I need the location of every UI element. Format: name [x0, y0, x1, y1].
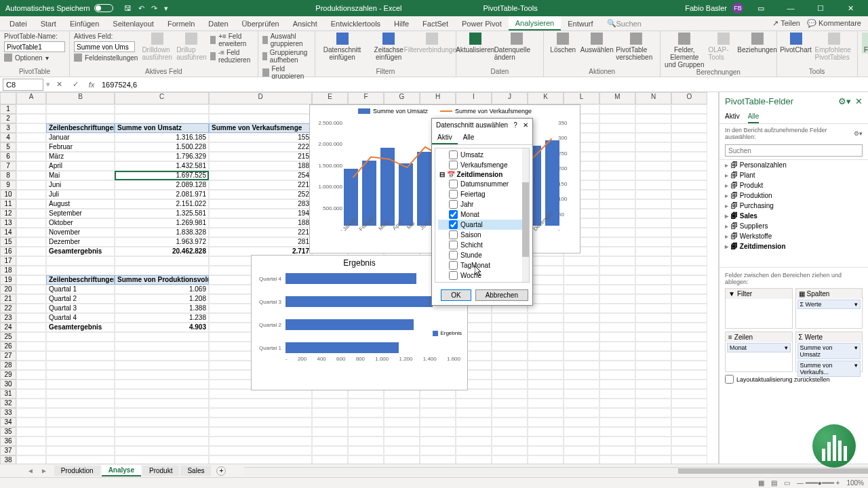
- cell[interactable]: 2.089.128: [115, 180, 209, 190]
- field-settings-button[interactable]: Feldeinstellungen: [74, 54, 138, 62]
- cell[interactable]: [671, 370, 707, 380]
- comments-button[interactable]: 💬 Kommentare: [807, 19, 861, 28]
- zoom-level[interactable]: 100%: [846, 479, 864, 487]
- row-header[interactable]: 1: [0, 104, 16, 114]
- tab-factset[interactable]: FactSet: [416, 16, 455, 30]
- row-header[interactable]: 6: [0, 152, 16, 161]
- cell[interactable]: [635, 332, 671, 342]
- cell[interactable]: [16, 380, 46, 389]
- cell[interactable]: [16, 304, 46, 313]
- cell[interactable]: [209, 418, 312, 427]
- cell[interactable]: [528, 323, 564, 332]
- dialog-cancel-button[interactable]: Abbrechen: [475, 289, 528, 301]
- col-header[interactable]: G: [384, 92, 420, 104]
- slicer-field-item[interactable]: Umsatz: [438, 150, 526, 160]
- cell[interactable]: [671, 114, 707, 123]
- pivot-field[interactable]: ▸ 🗐 Produkt: [719, 180, 868, 190]
- cell[interactable]: [46, 380, 115, 389]
- cell[interactable]: [209, 436, 312, 446]
- slicer-field-item[interactable]: Stunde: [438, 250, 526, 260]
- cell[interactable]: [46, 446, 115, 455]
- view-normal-icon[interactable]: ▦: [758, 479, 764, 487]
- cell[interactable]: [635, 294, 671, 304]
- cell[interactable]: [635, 171, 671, 180]
- cell[interactable]: [312, 446, 348, 455]
- cell[interactable]: [671, 313, 707, 323]
- cell[interactable]: [635, 351, 671, 361]
- row-header[interactable]: 15: [0, 237, 16, 247]
- cell[interactable]: [209, 114, 312, 123]
- cell[interactable]: [16, 209, 46, 218]
- cell[interactable]: [635, 256, 671, 266]
- cell[interactable]: [420, 418, 456, 427]
- cell[interactable]: [671, 104, 707, 114]
- cell[interactable]: [209, 399, 312, 408]
- row-header[interactable]: 18: [0, 266, 16, 275]
- cell[interactable]: [492, 323, 528, 332]
- cell[interactable]: [671, 209, 707, 218]
- cell[interactable]: [635, 380, 671, 389]
- cell[interactable]: [456, 408, 492, 418]
- cell[interactable]: 283: [209, 199, 312, 209]
- cell[interactable]: Summe von Umsatz: [115, 123, 209, 133]
- cell[interactable]: [599, 446, 635, 455]
- defer-layout-checkbox[interactable]: [725, 375, 734, 384]
- cell[interactable]: [635, 408, 671, 418]
- cell[interactable]: [528, 370, 564, 380]
- cell[interactable]: [635, 436, 671, 446]
- autosave-toggle[interactable]: [94, 4, 113, 12]
- cell[interactable]: Mai: [46, 171, 115, 180]
- cell[interactable]: 4.903: [115, 323, 209, 332]
- slicer-field-item[interactable]: Datumsnummer: [438, 179, 526, 189]
- cell[interactable]: November: [46, 228, 115, 237]
- cell[interactable]: [46, 399, 115, 408]
- cell[interactable]: Quartal 3: [46, 304, 115, 313]
- cell[interactable]: [599, 408, 635, 418]
- slicer-field-item[interactable]: Jahr: [438, 199, 526, 209]
- slicer-field-item[interactable]: Quartal: [438, 220, 526, 230]
- cell[interactable]: [16, 237, 46, 247]
- cell[interactable]: [635, 133, 671, 142]
- col-header[interactable]: I: [456, 92, 492, 104]
- cell[interactable]: [635, 275, 671, 285]
- cell[interactable]: [671, 455, 707, 464]
- cell[interactable]: [312, 455, 348, 464]
- pane-tools-icon[interactable]: ⚙▾: [854, 130, 863, 137]
- row-header[interactable]: 34: [0, 418, 16, 427]
- cell[interactable]: [528, 361, 564, 370]
- cell[interactable]: [16, 408, 46, 418]
- cell[interactable]: [46, 256, 115, 266]
- cell[interactable]: [16, 256, 46, 266]
- slicer-field-item[interactable]: Monat: [438, 209, 526, 220]
- cell[interactable]: [635, 399, 671, 408]
- cell[interactable]: [16, 247, 46, 256]
- cell[interactable]: [16, 180, 46, 190]
- cell[interactable]: [671, 152, 707, 161]
- cell[interactable]: [46, 332, 115, 342]
- cell[interactable]: [492, 313, 528, 323]
- cell[interactable]: [635, 361, 671, 370]
- cell[interactable]: [456, 446, 492, 455]
- dialog-tab-active[interactable]: Aktiv: [432, 131, 458, 144]
- cell[interactable]: [492, 446, 528, 455]
- row-header[interactable]: 10: [0, 190, 16, 199]
- cell[interactable]: [671, 436, 707, 446]
- cell[interactable]: [635, 142, 671, 152]
- change-datasource-button[interactable]: Datenquelle ändern: [494, 33, 540, 61]
- cell[interactable]: [16, 455, 46, 464]
- cell[interactable]: [492, 332, 528, 342]
- undo-icon[interactable]: ↶: [138, 4, 144, 13]
- cell[interactable]: [46, 104, 115, 114]
- cell[interactable]: [528, 351, 564, 361]
- cell[interactable]: [115, 370, 209, 380]
- active-field-input[interactable]: [74, 41, 135, 52]
- cell[interactable]: [671, 427, 707, 436]
- cell[interactable]: [348, 408, 384, 418]
- cell[interactable]: [16, 285, 46, 294]
- cell[interactable]: [564, 294, 599, 304]
- cell[interactable]: [16, 199, 46, 209]
- cell[interactable]: [671, 446, 707, 455]
- col-header[interactable]: K: [528, 92, 564, 104]
- row-header[interactable]: 22: [0, 304, 16, 313]
- cell[interactable]: [46, 389, 115, 399]
